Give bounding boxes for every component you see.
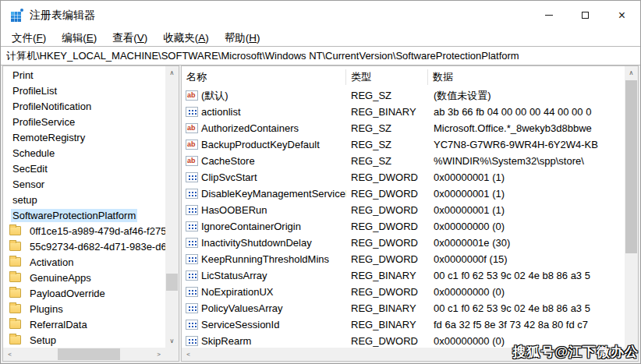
value-type: REG_BINARY bbox=[346, 106, 428, 118]
minimize-button[interactable] bbox=[530, 1, 567, 30]
value-data: 0x0000000f (15) bbox=[428, 253, 625, 265]
caption-buttons: × bbox=[530, 1, 640, 30]
value-name: actionlist bbox=[201, 106, 241, 118]
list-vertical-scrollbar[interactable]: ∧ ∨ bbox=[625, 66, 638, 361]
value-name: (默认) bbox=[201, 89, 228, 103]
tree-item[interactable]: RemoteRegistry bbox=[3, 129, 165, 145]
menu-view[interactable]: 查看(V) bbox=[104, 31, 155, 45]
tree-item[interactable]: Print bbox=[3, 67, 165, 83]
tree-item-label: Schedule bbox=[11, 147, 56, 160]
tree-item-label: setup bbox=[11, 193, 39, 207]
column-header-name[interactable]: 名称 bbox=[182, 69, 346, 85]
value-name: KeepRunningThresholdMins bbox=[201, 253, 329, 265]
maximize-button[interactable] bbox=[567, 1, 604, 30]
value-type: REG_DWORD bbox=[346, 335, 428, 347]
tree-item[interactable]: Activation bbox=[3, 254, 165, 270]
scroll-left-icon[interactable]: < bbox=[3, 348, 16, 361]
tree-item-label: Activation bbox=[28, 256, 75, 269]
value-name-cell: IgnoreContainerOrigin bbox=[182, 221, 346, 232]
scroll-down-icon[interactable]: ∨ bbox=[165, 334, 179, 348]
tree-item-label: Print bbox=[11, 69, 35, 82]
tree-item[interactable]: PayloadOverride bbox=[3, 285, 165, 301]
registry-row[interactable]: HasOOBERun REG_DWORD 0x00000001 (1) bbox=[182, 202, 625, 218]
tree-item[interactable]: SecEdit bbox=[3, 161, 165, 176]
scroll-left-icon[interactable]: < bbox=[182, 348, 195, 361]
value-type: REG_DWORD bbox=[346, 188, 428, 200]
registry-row[interactable]: ab BackupProductKeyDefault REG_SZ YC7N8-… bbox=[182, 136, 625, 153]
registry-row[interactable]: ServiceSessionId REG_BINARY fd 6a 32 f5 … bbox=[182, 316, 625, 333]
value-type: REG_BINARY bbox=[346, 270, 428, 281]
tree-item[interactable]: ReferralData bbox=[3, 316, 165, 332]
registry-row[interactable]: NoExpirationUX REG_DWORD 0x00000000 (0) bbox=[182, 284, 625, 300]
scroll-up-icon[interactable]: ∧ bbox=[165, 66, 179, 80]
binary-value-icon bbox=[186, 221, 198, 231]
value-name-cell: InactivityShutdownDelay bbox=[182, 237, 346, 249]
value-data: 0x00000000 (0) bbox=[428, 286, 625, 298]
list-rows: ab (默认) REG_SZ (数值未设置) actionlist REG_BI… bbox=[182, 87, 625, 348]
binary-value-icon bbox=[186, 320, 198, 330]
registry-row[interactable]: ab CacheStore REG_SZ %WINDIR%\System32\s… bbox=[182, 153, 625, 169]
tree-item-label: PayloadOverride bbox=[28, 287, 107, 300]
registry-row[interactable]: InactivityShutdownDelay REG_DWORD 0x0000… bbox=[182, 235, 625, 251]
value-name: BackupProductKeyDefault bbox=[201, 139, 320, 150]
tree-item[interactable]: ProfileNotification bbox=[3, 98, 165, 114]
menu-bar: 文件(F)编辑(E)查看(V)收藏夹(A)帮助(H) bbox=[1, 30, 640, 46]
menu-favorites[interactable]: 收藏夹(A) bbox=[155, 31, 217, 45]
tree-item[interactable]: 0ff1ce15-a989-479d-af46-f275 bbox=[3, 223, 165, 239]
tree-item[interactable]: Plugins bbox=[3, 301, 165, 316]
value-type: REG_SZ bbox=[346, 155, 428, 167]
registry-row[interactable]: LicStatusArray REG_BINARY 00 c1 f0 62 53… bbox=[182, 267, 625, 284]
tree-vertical-scrollbar[interactable]: ∧ ∨ bbox=[165, 66, 179, 348]
value-type: REG_DWORD bbox=[346, 171, 428, 183]
scroll-right-icon[interactable]: > bbox=[152, 348, 165, 361]
binary-value-icon bbox=[186, 287, 198, 297]
registry-row[interactable]: ab AuthorizedContainers REG_SZ Microsoft… bbox=[182, 120, 625, 136]
value-type: REG_BINARY bbox=[346, 319, 428, 330]
registry-row[interactable]: IgnoreContainerOrigin REG_DWORD 0x000000… bbox=[182, 218, 625, 235]
column-header-type[interactable]: 类型 bbox=[346, 69, 428, 85]
tree-item[interactable]: Sensor bbox=[3, 176, 165, 192]
menu-edit[interactable]: 编辑(E) bbox=[54, 31, 104, 45]
value-name-cell: LicStatusArray bbox=[182, 270, 346, 281]
address-input[interactable] bbox=[1, 47, 640, 65]
string-value-icon: ab bbox=[186, 90, 198, 101]
value-type: REG_SZ bbox=[346, 90, 428, 101]
value-data: 00 c1 f0 62 53 9c 02 4e b8 86 a3 5 bbox=[428, 302, 625, 314]
registry-row[interactable]: actionlist REG_BINARY ab 3b 66 fb 04 00 … bbox=[182, 104, 625, 120]
tree-item[interactable]: 55c92734-d682-4d71-983e-d6 bbox=[3, 239, 165, 254]
tree-item-selected[interactable]: SoftwareProtectionPlatform bbox=[3, 207, 165, 223]
registry-app-icon bbox=[11, 9, 23, 21]
tree-item-label: RemoteRegistry bbox=[11, 131, 87, 144]
tree-item-label: Sensor bbox=[11, 178, 46, 191]
binary-value-icon bbox=[186, 270, 198, 281]
tree-item[interactable]: Schedule bbox=[3, 145, 165, 161]
value-name-cell: actionlist bbox=[182, 106, 346, 118]
menu-file[interactable]: 文件(F) bbox=[4, 31, 54, 45]
value-name-cell: ab (默认) bbox=[182, 89, 346, 103]
tree-item[interactable]: Setup bbox=[3, 332, 165, 348]
menu-help[interactable]: 帮助(H) bbox=[217, 31, 268, 45]
value-data: 0x00000001 (1) bbox=[428, 188, 625, 200]
tree-item[interactable]: GenuineApps bbox=[3, 270, 165, 285]
folder-icon bbox=[9, 242, 21, 251]
registry-row[interactable]: KeepRunningThresholdMins REG_DWORD 0x000… bbox=[182, 251, 625, 267]
registry-row[interactable]: PolicyValuesArray REG_BINARY 00 c1 f0 62… bbox=[182, 300, 625, 316]
registry-row[interactable]: ab (默认) REG_SZ (数值未设置) bbox=[182, 87, 625, 104]
tree-item[interactable]: ProfileService bbox=[3, 114, 165, 129]
tree-item[interactable]: ProfileList bbox=[3, 83, 165, 98]
scroll-up-icon[interactable]: ∧ bbox=[625, 66, 638, 80]
value-name-cell: ab AuthorizedContainers bbox=[182, 122, 346, 134]
tree-vertical-scroll-thumb[interactable] bbox=[166, 274, 178, 291]
tree-horizontal-scroll-thumb[interactable] bbox=[58, 348, 120, 360]
tree-pane: Print ProfileList ProfileNotification Pr… bbox=[2, 65, 179, 362]
close-button[interactable]: × bbox=[604, 1, 640, 30]
registry-row[interactable]: DisableKeyManagementServiceHost... REG_D… bbox=[182, 186, 625, 202]
list-header: 名称 类型 数据 bbox=[182, 67, 625, 87]
column-header-data[interactable]: 数据 bbox=[428, 69, 625, 85]
folder-icon bbox=[9, 320, 21, 329]
tree-item[interactable]: setup bbox=[3, 192, 165, 207]
tree-horizontal-scrollbar[interactable]: < > bbox=[3, 348, 165, 361]
registry-row[interactable]: ClipSvcStart REG_DWORD 0x00000001 (1) bbox=[182, 169, 625, 186]
title-bar: 注册表编辑器 × bbox=[1, 1, 640, 30]
list-vertical-scroll-thumb[interactable] bbox=[625, 80, 637, 253]
